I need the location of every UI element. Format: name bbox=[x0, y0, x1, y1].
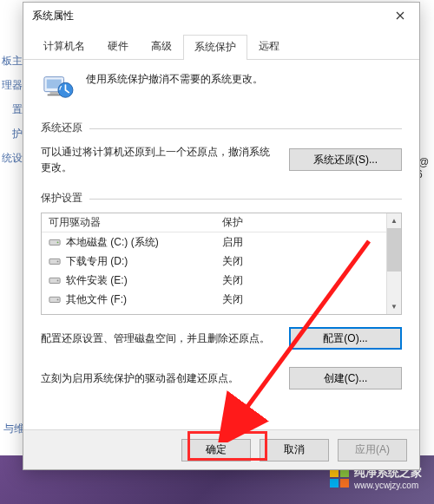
watermark-logo-icon bbox=[330, 468, 349, 488]
tabstrip: 计算机名 硬件 高级 系统保护 远程 bbox=[23, 29, 419, 60]
scroll-up-icon[interactable]: ▲ bbox=[387, 213, 401, 228]
close-button[interactable] bbox=[381, 3, 419, 29]
scroll-down-icon[interactable]: ▼ bbox=[387, 299, 401, 314]
bg-label: 理器 bbox=[0, 76, 24, 94]
bg-left-sidebar: 板主 理器 置 护 统设 bbox=[0, 52, 24, 173]
drive-label: 下载专用 (D:) bbox=[66, 254, 128, 269]
tab-content: 使用系统保护撤消不需要的系统更改。 系统还原 可以通过将计算机还原到上一个还原点… bbox=[23, 60, 419, 429]
bg-label: 与维 bbox=[0, 422, 24, 436]
apply-button[interactable]: 应用(A) bbox=[338, 439, 407, 461]
svg-point-8 bbox=[57, 261, 59, 263]
system-protection-icon bbox=[41, 72, 74, 101]
svg-point-12 bbox=[57, 299, 59, 301]
drive-list-header: 可用驱动器 保护 bbox=[42, 213, 386, 232]
ok-button[interactable]: 确定 bbox=[181, 439, 251, 461]
col-drive-header: 可用驱动器 bbox=[42, 215, 215, 230]
svg-rect-3 bbox=[48, 95, 61, 96]
drive-icon bbox=[49, 237, 61, 247]
col-status-header: 保护 bbox=[215, 215, 386, 230]
drive-label: 本地磁盘 (C:) (系统) bbox=[66, 235, 159, 250]
svg-point-10 bbox=[57, 280, 59, 282]
drive-row[interactable]: 下载专用 (D:) 关闭 bbox=[42, 252, 386, 271]
restore-description: 可以通过将计算机还原到上一个还原点，撤消系统更改。 bbox=[41, 144, 275, 175]
drive-label: 其他文件 (F:) bbox=[66, 292, 127, 307]
system-properties-dialog: 系统属性 计算机名 硬件 高级 系统保护 远程 使用系统保护撤消不需要的系统更改… bbox=[23, 2, 420, 470]
drive-label: 软件安装 (E:) bbox=[66, 273, 128, 288]
close-icon bbox=[396, 11, 404, 20]
drive-list-scrollbar[interactable]: ▲ ▼ bbox=[386, 213, 401, 314]
drive-status: 关闭 bbox=[215, 292, 386, 307]
drive-icon bbox=[49, 294, 61, 304]
scroll-track[interactable] bbox=[387, 272, 401, 299]
configure-button[interactable]: 配置(O)... bbox=[289, 327, 402, 350]
tab-system-protection[interactable]: 系统保护 bbox=[183, 35, 247, 60]
dialog-button-row: 确定 取消 应用(A) bbox=[23, 429, 419, 469]
drive-status: 启用 bbox=[215, 235, 386, 250]
drive-status: 关闭 bbox=[215, 254, 386, 269]
section-protection-settings-title: 保护设置 bbox=[41, 191, 402, 206]
drive-icon bbox=[49, 275, 61, 285]
drive-row[interactable]: 软件安装 (E:) 关闭 bbox=[42, 271, 386, 290]
tab-hardware[interactable]: 硬件 bbox=[96, 34, 140, 59]
intro-row: 使用系统保护撤消不需要的系统更改。 bbox=[41, 72, 402, 101]
watermark-url: www.ycwjzy.com bbox=[354, 481, 422, 490]
bg-label: 置 bbox=[0, 101, 24, 118]
bg-label: 统设 bbox=[0, 149, 24, 167]
configure-description: 配置还原设置、管理磁盘空间，并且删除还原点。 bbox=[41, 331, 275, 346]
cancel-button[interactable]: 取消 bbox=[260, 439, 329, 461]
scroll-thumb[interactable] bbox=[387, 228, 401, 272]
svg-point-6 bbox=[57, 242, 59, 244]
dialog-title: 系统属性 bbox=[32, 9, 381, 23]
titlebar[interactable]: 系统属性 bbox=[23, 3, 419, 29]
tab-advanced[interactable]: 高级 bbox=[140, 34, 183, 59]
drive-row[interactable]: 本地磁盘 (C:) (系统) 启用 bbox=[42, 232, 386, 252]
bg-label: 护 bbox=[0, 125, 24, 142]
system-restore-button[interactable]: 系统还原(S)... bbox=[289, 148, 402, 171]
drive-icon bbox=[49, 256, 61, 266]
drive-status: 关闭 bbox=[215, 273, 386, 288]
tab-computer-name[interactable]: 计算机名 bbox=[32, 34, 96, 59]
create-description: 立刻为启用系统保护的驱动器创建还原点。 bbox=[41, 370, 275, 386]
section-system-restore-title: 系统还原 bbox=[41, 121, 402, 135]
tab-remote[interactable]: 远程 bbox=[247, 34, 291, 59]
drive-row[interactable]: 其他文件 (F:) 关闭 bbox=[42, 290, 386, 309]
drive-list: 可用驱动器 保护 本地磁盘 (C:) (系统) 启用 下载专用 (D:) 关闭 bbox=[41, 213, 402, 315]
intro-text: 使用系统保护撤消不需要的系统更改。 bbox=[86, 72, 263, 87]
svg-rect-2 bbox=[50, 92, 58, 95]
bg-label: 板主 bbox=[0, 52, 24, 69]
create-button[interactable]: 创建(C)... bbox=[289, 367, 402, 389]
